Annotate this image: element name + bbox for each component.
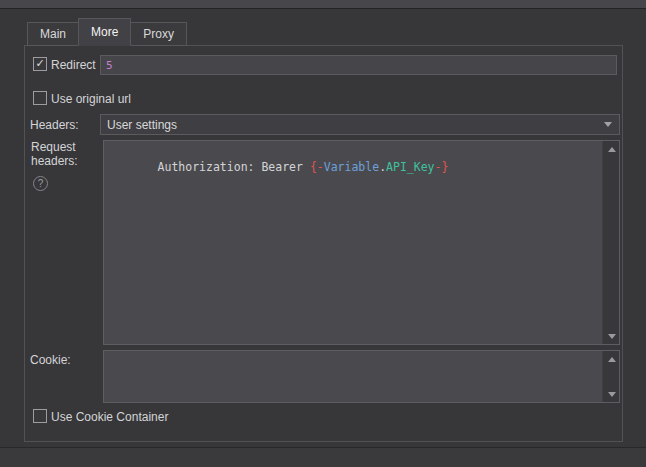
tab-strip: Main More Proxy — [27, 18, 186, 46]
request-headers-label: Request headers: — [31, 140, 78, 168]
headers-dropdown-value: User settings — [101, 118, 604, 132]
headers-dropdown[interactable]: User settings — [100, 114, 620, 135]
cookie-textarea[interactable] — [103, 350, 620, 403]
use-cookie-container-label: Use Cookie Container — [51, 410, 168, 424]
settings-dialog: Main More Proxy ✓ Redirect 5 Use origina… — [0, 0, 646, 467]
use-original-url-label: Use original url — [51, 92, 131, 106]
redirect-checkbox[interactable]: ✓ — [33, 57, 47, 71]
code-macro-close: -} — [435, 160, 449, 174]
tab-main[interactable]: Main — [27, 22, 79, 46]
bottom-edge-divider — [0, 447, 646, 467]
redirect-count-input[interactable]: 5 — [100, 55, 617, 75]
redirect-label: Redirect — [51, 58, 96, 72]
request-headers-textarea[interactable]: Authorization: Bearer {-Variable.API_Key… — [103, 140, 620, 345]
code-macro-variable: Variable — [324, 160, 379, 174]
scroll-up-icon[interactable] — [603, 351, 620, 367]
scroll-down-icon[interactable] — [603, 386, 620, 402]
scroll-down-icon[interactable] — [603, 328, 620, 344]
cookie-label: Cookie: — [30, 353, 71, 367]
request-headers-label-line2: headers: — [31, 154, 78, 168]
request-headers-label-line1: Request — [31, 140, 76, 154]
use-original-url-checkbox[interactable] — [33, 91, 47, 105]
tab-proxy[interactable]: Proxy — [130, 22, 187, 46]
tab-more[interactable]: More — [78, 18, 131, 46]
request-headers-content: Authorization: Bearer {-Variable.API_Key… — [116, 146, 448, 188]
code-plain: Authorization: Bearer — [158, 160, 310, 174]
redirect-count-value: 5 — [101, 59, 113, 72]
code-macro-open: {- — [310, 160, 324, 174]
scroll-up-icon[interactable] — [603, 141, 620, 157]
help-question-glyph: ? — [38, 179, 44, 189]
check-icon: ✓ — [35, 58, 44, 69]
chevron-down-icon — [604, 122, 612, 127]
cookie-scrollbar[interactable] — [602, 351, 619, 402]
headers-label: Headers: — [30, 118, 79, 132]
top-edge-divider — [0, 0, 646, 9]
code-macro-property: API_Key — [386, 160, 434, 174]
help-icon[interactable]: ? — [33, 176, 48, 191]
use-cookie-container-checkbox[interactable] — [33, 409, 47, 423]
request-headers-scrollbar[interactable] — [602, 141, 619, 344]
